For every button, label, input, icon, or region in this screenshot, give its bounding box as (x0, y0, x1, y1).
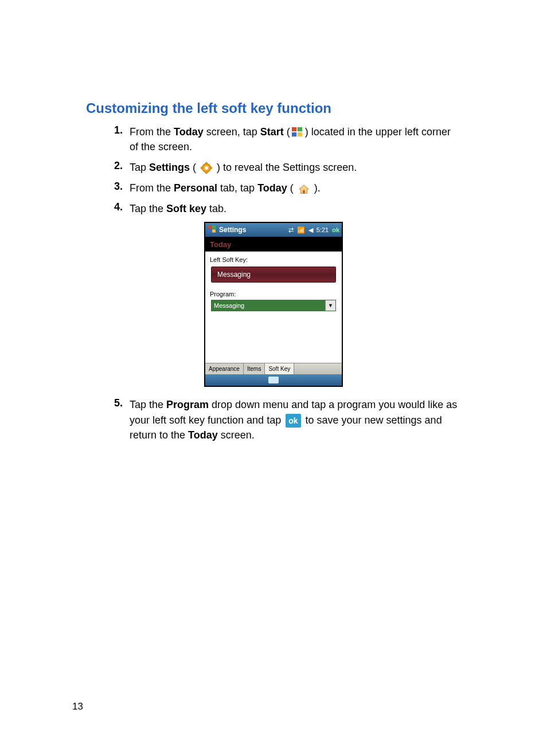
phone-title: Settings (219, 226, 288, 234)
svg-rect-11 (208, 226, 212, 229)
text: ). (311, 182, 321, 194)
step-number: 5. (114, 397, 130, 442)
home-icon (298, 183, 310, 195)
bold-start: Start (260, 126, 284, 138)
tab-items[interactable]: Items (244, 363, 265, 374)
text: screen, tap (204, 126, 260, 138)
text: Tap the (130, 203, 166, 214)
bold-today: Today (174, 126, 204, 138)
step-number: 3. (114, 181, 130, 195)
text: ( (190, 162, 199, 173)
bold-settings: Settings (149, 162, 190, 173)
text: ( (287, 182, 296, 194)
signal-icon: 📶 (297, 226, 305, 234)
text: From the (130, 182, 174, 194)
text: tab. (206, 203, 226, 214)
svg-rect-10 (303, 190, 304, 193)
step-number: 1. (114, 124, 130, 154)
text: Tap the (130, 399, 166, 410)
svg-rect-1 (298, 127, 302, 131)
step-2: 2. Tap Settings ( ) to reveal the Settin… (86, 160, 461, 175)
program-label: Program: (210, 291, 337, 297)
page-number: 13 (72, 701, 83, 712)
step-text: Tap Settings ( ) to reveal the Settings … (130, 160, 461, 175)
step-text: From the Today screen, tap Start () loca… (130, 124, 461, 154)
bold-program: Program (166, 399, 209, 410)
step-text: Tap the Soft key tab. (130, 201, 461, 216)
step-4: 4. Tap the Soft key tab. (86, 201, 461, 216)
step-5: 5. Tap the Program drop down menu and ta… (86, 397, 461, 442)
svg-rect-7 (206, 172, 208, 174)
volume-icon: ◀ (308, 226, 313, 234)
svg-rect-12 (212, 226, 216, 229)
text: ( (284, 126, 290, 138)
svg-rect-6 (206, 162, 208, 164)
phone-screenshot: Settings ⇄ 📶 ◀ 5:21 ok Today Left Soft K… (204, 222, 343, 387)
text: ) to reveal the Settings screen. (214, 162, 357, 173)
tab-appearance[interactable]: Appearance (205, 363, 244, 374)
bold-today: Today (188, 429, 218, 441)
svg-point-5 (205, 167, 208, 170)
step-text: From the Personal tab, tap Today ( ). (130, 181, 461, 195)
tab-softkey[interactable]: Soft Key (265, 363, 294, 374)
section-heading: Customizing the left soft key function (86, 100, 461, 116)
svg-rect-0 (292, 127, 296, 131)
svg-rect-9 (210, 167, 212, 169)
phone-time: 5:21 (317, 226, 329, 233)
svg-rect-2 (292, 132, 296, 136)
gear-icon (200, 162, 213, 174)
dropdown-value: Messaging (212, 300, 325, 311)
messaging-button[interactable]: Messaging (211, 267, 336, 283)
svg-rect-3 (298, 132, 302, 136)
bold-softkey: Soft key (166, 203, 206, 214)
text: tab, tap (217, 182, 257, 194)
phone-tabs: Appearance Items Soft Key (205, 363, 342, 374)
step-number: 2. (114, 160, 130, 175)
svg-rect-8 (201, 167, 202, 169)
program-dropdown[interactable]: Messaging ▼ (211, 300, 336, 311)
phone-status-icons: ⇄ 📶 ◀ 5:21 ok (288, 226, 339, 234)
text: From the (130, 126, 174, 138)
bold-personal: Personal (174, 182, 217, 194)
phone-bottom-bar (205, 374, 342, 386)
step-3: 3. From the Personal tab, tap Today ( ). (86, 181, 461, 195)
svg-rect-14 (212, 230, 216, 233)
phone-title-bar: Settings ⇄ 📶 ◀ 5:21 ok (205, 223, 342, 237)
bold-today: Today (257, 182, 287, 194)
chevron-down-icon[interactable]: ▼ (325, 300, 335, 311)
phone-today-label: Today (205, 237, 342, 252)
step-number: 4. (114, 201, 130, 216)
step-text: Tap the Program drop down menu and tap a… (130, 397, 461, 442)
ok-button[interactable]: ok (332, 226, 339, 233)
start-flag-icon (208, 225, 217, 234)
svg-rect-13 (208, 230, 212, 233)
connectivity-icon: ⇄ (288, 226, 294, 234)
text: Tap (130, 162, 149, 173)
step-1: 1. From the Today screen, tap Start () l… (86, 124, 461, 154)
text: screen. (218, 429, 255, 441)
start-flag-icon (291, 127, 304, 138)
ok-badge: ok (286, 414, 300, 428)
left-soft-key-label: Left Soft Key: (210, 256, 337, 263)
phone-content: Left Soft Key: Messaging Program: Messag… (205, 252, 342, 363)
keyboard-icon[interactable] (268, 377, 279, 383)
